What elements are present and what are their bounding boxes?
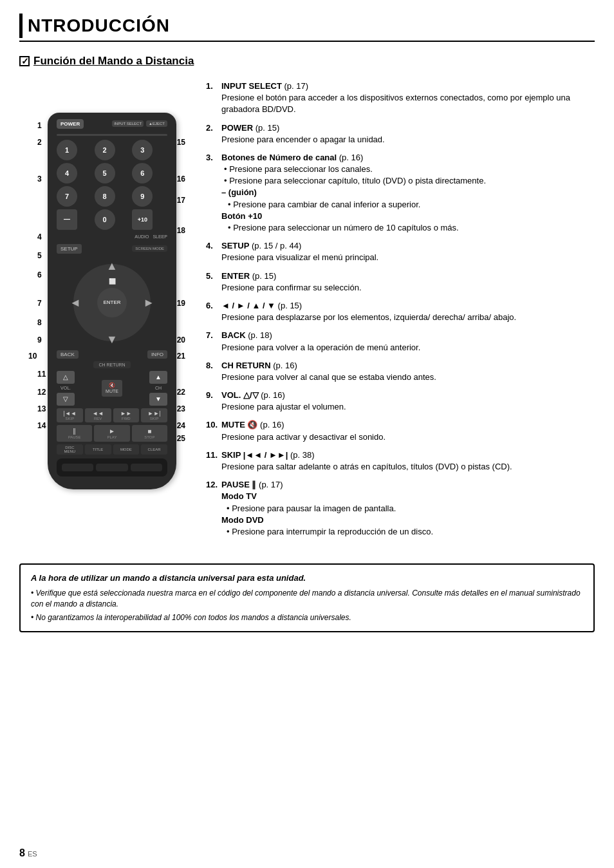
desc-num-12: 12. xyxy=(206,479,219,538)
desc-mode-dvd-text: • Presione para interrumpir la reproducc… xyxy=(221,527,433,536)
dpad-left-button[interactable]: ◄ xyxy=(70,297,81,308)
clear-button[interactable]: CLEAR xyxy=(141,444,167,455)
desc-num-3: 3. xyxy=(206,152,219,234)
main-content: 1 2 3 4 5 6 7 8 9 10 11 12 13 14 15 16 1… xyxy=(19,80,595,544)
disc-slot-1 xyxy=(62,464,93,471)
back-info-row: BACK INFO xyxy=(57,350,167,359)
desc-text-3: Botones de Número de canal (p. 16) Presi… xyxy=(221,152,595,234)
play-button[interactable]: ► PLAY xyxy=(94,425,129,442)
num-4-button[interactable]: 4 xyxy=(57,163,77,184)
footer-bullet-1: • Verifique que está seleccionada nuestr… xyxy=(31,588,583,610)
desc-title-11: SKIP |◄◄ / ►►| xyxy=(221,450,288,460)
desc-item-4: 4. SETUP (p. 15 / p. 44) Presione para v… xyxy=(206,240,595,263)
desc-ref-12: (p. 17) xyxy=(259,480,283,489)
vol-up-button[interactable]: △ xyxy=(57,371,75,384)
mode-button[interactable]: MODE xyxy=(113,444,140,455)
dpad-right-button[interactable]: ► xyxy=(143,297,154,308)
dash-button[interactable]: — xyxy=(57,209,77,230)
desc-ref-5: (p. 15) xyxy=(252,271,277,281)
mute-group: 🔇MUTE xyxy=(102,380,122,397)
page-number: 8 xyxy=(19,846,25,860)
screen-mode-button[interactable]: SCREEN MODE xyxy=(132,245,167,252)
back-button[interactable]: BACK xyxy=(57,350,79,359)
pause-button[interactable]: ‖ PAUSE xyxy=(57,425,92,442)
num-7-button[interactable]: 7 xyxy=(57,186,77,207)
dpad-down-button[interactable]: ▼ xyxy=(106,334,118,345)
desc-body-11: Presione para saltar adelante o atrás en… xyxy=(221,462,512,471)
desc-num-6: 6. xyxy=(206,300,219,323)
num-6-button[interactable]: 6 xyxy=(132,163,153,184)
rev-button[interactable]: ◄◄ REV xyxy=(85,408,111,422)
label-21: 21 xyxy=(177,351,185,362)
desc-body-9: Presione para ajustar el volumen. xyxy=(221,402,346,411)
stop-button[interactable]: ■ STOP xyxy=(132,425,167,442)
desc-body-10: Presione para activar y desactivar el so… xyxy=(221,432,386,442)
desc-num-5: 5. xyxy=(206,270,219,294)
num-1-button[interactable]: 1 xyxy=(57,140,77,160)
title-button[interactable]: TITLE xyxy=(85,444,111,455)
skip-fwd-button[interactable]: ►►| SKIP xyxy=(141,408,167,422)
num-8-button[interactable]: 8 xyxy=(95,186,115,207)
desc-num-8: 8. xyxy=(206,360,219,383)
page-title: NTRODUCCIÓN xyxy=(28,13,170,38)
audio-sleep-row: AUDIO SLEEP xyxy=(57,234,167,240)
page-footer: 8 ES xyxy=(19,846,37,860)
disc-menu-button[interactable]: DISCMENU xyxy=(57,444,83,455)
ch-down-button[interactable]: ▼ xyxy=(149,393,167,406)
descriptions-column: 1. INPUT SELECT (p. 17) Presione el botó… xyxy=(206,80,595,544)
desc-num-11: 11. xyxy=(206,449,219,473)
desc-title-8: CH RETURN xyxy=(221,361,271,370)
dpad-up-button[interactable]: ▲ xyxy=(106,260,118,272)
skip-back-button[interactable]: |◄◄ SKIP xyxy=(57,408,83,422)
desc-text-11: SKIP |◄◄ / ►►| (p. 38) Presione para sal… xyxy=(221,449,595,473)
desc-text-1: INPUT SELECT (p. 17) Presione el botón p… xyxy=(221,80,595,116)
desc-text-4: SETUP (p. 15 / p. 44) Presione para visu… xyxy=(221,240,595,263)
desc-mode-tv-label: Modo TV xyxy=(221,491,257,501)
desc-item-10: 10. MUTE 🔇 (p. 16) Presione para activar… xyxy=(206,419,595,442)
desc-ref-4: (p. 15 / p. 44) xyxy=(252,241,301,250)
info-button[interactable]: INFO xyxy=(147,350,167,359)
desc-ref-11: (p. 38) xyxy=(290,450,315,460)
desc-title-7: BACK xyxy=(221,330,246,340)
label-12: 12 xyxy=(37,387,46,398)
num-2-button[interactable]: 2 xyxy=(95,140,115,160)
desc-title-6: ◄ / ► / ▲ / ▼ xyxy=(221,301,275,310)
footer-note-title: A la hora de utilizar un mando a distanc… xyxy=(31,572,583,584)
num-9-button[interactable]: 9 xyxy=(132,186,153,207)
mute-label: MUTE xyxy=(106,389,118,393)
vol-mute-ch-row: △ VOL. ▽ 🔇MUTE ▲ CH ▼ xyxy=(57,371,167,406)
vol-down-button[interactable]: ▽ xyxy=(57,393,75,406)
desc-text-6: ◄ / ► / ▲ / ▼ (p. 15) Presione para desp… xyxy=(221,300,595,323)
desc-item-1: 1. INPUT SELECT (p. 17) Presione el botó… xyxy=(206,80,595,116)
desc-ref-8: (p. 16) xyxy=(273,361,297,370)
desc-body-6: Presione para desplazarse por los elemen… xyxy=(221,312,516,322)
power-button[interactable]: POWER xyxy=(57,119,84,129)
desc-num-9: 9. xyxy=(206,390,219,413)
desc-body-1: Presione el botón para acceder a los dis… xyxy=(221,93,570,114)
fwd-button[interactable]: ►► FWD xyxy=(113,408,140,422)
desc-item-5: 5. ENTER (p. 15) Presione para confirmar… xyxy=(206,270,595,294)
setup-button[interactable]: SETUP xyxy=(57,244,82,254)
num-5-button[interactable]: 5 xyxy=(95,163,115,184)
desc-num-10: 10. xyxy=(206,419,219,442)
desc-body-2: Presione para encender o apagar la unida… xyxy=(221,135,385,144)
num-3-button[interactable]: 3 xyxy=(132,140,153,160)
desc-ref-7: (p. 18) xyxy=(248,330,272,340)
ch-up-button[interactable]: ▲ xyxy=(149,371,167,384)
plus10-button[interactable]: +10 xyxy=(132,209,153,230)
desc-title-9: VOL. △/▽ xyxy=(221,390,259,400)
desc-body-5: Presione para confirmar su selección. xyxy=(221,283,362,292)
mute-button[interactable]: 🔇MUTE xyxy=(102,380,122,397)
label-10: 10 xyxy=(28,351,37,362)
setup-row: SETUP SCREEN MODE xyxy=(57,244,167,254)
desc-text-12: PAUSE ‖ (p. 17) Modo TV • Presione para … xyxy=(221,479,595,538)
label-11: 11 xyxy=(37,369,46,380)
num-0-button[interactable]: 0 xyxy=(95,209,115,230)
input-select-button[interactable]: INPUT SELECT xyxy=(112,120,144,127)
desc-text-8: CH RETURN (p. 16) Presione para volver a… xyxy=(221,360,595,383)
enter-button[interactable]: ENTER xyxy=(97,288,127,317)
eject-button[interactable]: ▲EJECT xyxy=(146,120,167,127)
desc-item-7: 7. BACK (p. 18) Presione para volver a l… xyxy=(206,330,595,353)
desc-title-2: POWER xyxy=(221,123,253,133)
ch-return-button[interactable]: CH RETURN xyxy=(93,361,130,368)
